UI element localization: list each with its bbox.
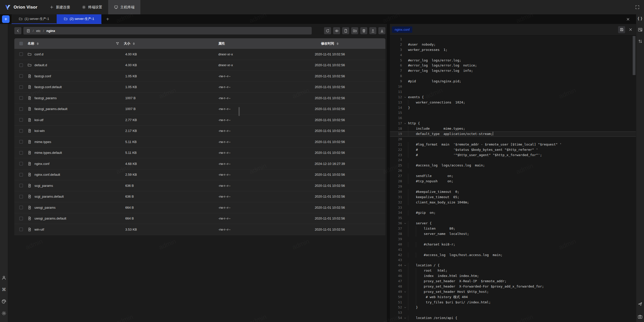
refresh-button[interactable] <box>324 27 331 34</box>
terminal-tab-1[interactable]: (1) server-生产-1 <box>12 14 57 24</box>
download-button[interactable] <box>378 27 385 34</box>
panel-splitter[interactable] <box>387 24 390 322</box>
code-line[interactable]: 18 include mime.types; <box>390 126 636 131</box>
code-line[interactable]: 38 server_name localhost; <box>390 231 636 237</box>
code-line[interactable]: 16 <box>390 116 636 121</box>
row-checkbox[interactable] <box>19 173 23 176</box>
file-name[interactable]: koi-utf <box>34 118 43 122</box>
code-line[interactable]: 46 index index.html index.htm; <box>390 273 636 279</box>
code-line[interactable]: 50 # web history 模式 404 <box>390 295 636 300</box>
code-line[interactable]: 27 sendfile on; <box>390 173 636 179</box>
menu-item-终端设置[interactable]: 终端设置 <box>76 0 108 14</box>
new-connection-button[interactable]: + <box>2 15 10 23</box>
code-line[interactable]: 5#error_log logs/error.log; <box>390 58 636 63</box>
file-row[interactable]: conf.d4.00 KBdrwxr-xr-x2020-11-01 10:02:… <box>14 49 385 60</box>
file-row[interactable]: scgi_params636 B-rw-r--r--2020-11-01 10:… <box>14 180 385 191</box>
row-checkbox[interactable] <box>19 184 23 187</box>
sort-name-icon[interactable] <box>37 42 39 45</box>
file-name[interactable]: scgi_params <box>34 184 53 188</box>
sort-icon[interactable] <box>637 38 643 45</box>
row-checkbox[interactable] <box>19 107 23 111</box>
code-line[interactable]: 17http { <box>390 121 636 126</box>
file-name[interactable]: fastcgi_params <box>34 96 57 100</box>
code-line[interactable]: 51 try_files $uri $uri/ /index.html; <box>390 300 636 305</box>
code-line[interactable]: 47 proxy_set_header X-Real-IP $remote_ad… <box>390 279 636 284</box>
code-line[interactable]: 34 #gzip on; <box>390 210 636 216</box>
code-line[interactable]: 4 <box>390 53 636 58</box>
format-icon[interactable]: { } <box>637 14 643 22</box>
code-line[interactable]: 21 #log_format main '$remote_addr - $rem… <box>390 142 636 147</box>
code-line[interactable]: 3worker_processes 1; <box>390 47 636 53</box>
code-line[interactable]: 42 #access_log logs/host.access.log main… <box>390 253 636 258</box>
file-name[interactable]: win-utf <box>34 228 44 231</box>
code-line[interactable]: 6#error_log logs/error.log notice; <box>390 63 636 68</box>
code-line[interactable]: 15 <box>390 110 636 116</box>
screenshot-icon[interactable] <box>637 313 643 320</box>
open-file-tag[interactable]: nginx.conf <box>392 26 412 33</box>
file-row[interactable]: default.d4.00 KBdrwxr-xr-x2020-11-01 10:… <box>14 60 385 71</box>
file-name[interactable]: nginx.conf <box>34 162 49 166</box>
file-row[interactable]: mime.types5.11 KB-rw-r--r--2020-11-01 10… <box>14 136 385 148</box>
code-line-active[interactable]: 19 default_type application/octet-stream… <box>390 131 636 137</box>
row-checkbox[interactable] <box>19 52 23 56</box>
save-file-button[interactable] <box>618 26 625 33</box>
row-checkbox[interactable] <box>19 96 23 100</box>
code-line[interactable]: 43 <box>390 258 636 263</box>
file-row[interactable]: fastcgi.conf.default1.05 KB-rw-r--r--202… <box>14 82 385 93</box>
file-row[interactable]: mime.types.default5.11 KB-rw-r--r--2020-… <box>14 148 385 159</box>
file-name[interactable]: conf.d <box>34 52 43 56</box>
file-name[interactable]: koi-win <box>34 129 45 133</box>
row-checkbox[interactable] <box>19 151 23 155</box>
file-name[interactable]: fastcgi_params.default <box>34 107 67 111</box>
file-row[interactable]: uwsgi_params664 B-rw-r--r--2020-11-01 10… <box>14 202 385 213</box>
fold-icon[interactable] <box>402 221 408 226</box>
code-line[interactable]: 44 location / { <box>390 263 636 268</box>
code-line[interactable]: 11 <box>390 89 636 95</box>
fold-icon[interactable] <box>402 289 408 295</box>
close-editor-icon[interactable] <box>628 27 633 32</box>
code-line[interactable]: 20 <box>390 137 636 142</box>
fold-icon[interactable] <box>402 121 408 126</box>
close-panel-icon[interactable] <box>626 14 630 24</box>
file-row[interactable]: scgi_params.default636 B-rw-r--r--2020-1… <box>14 191 385 202</box>
file-name[interactable]: mime.types <box>34 140 51 144</box>
code-line[interactable]: 25 #access_log logs/access.log main; <box>390 163 636 168</box>
row-checkbox[interactable] <box>19 217 23 220</box>
file-name[interactable]: fastcgi.conf <box>34 74 51 78</box>
code-line[interactable]: 8 <box>390 74 636 79</box>
code-line[interactable]: 30 #keepalive_timeout 0; <box>390 189 636 195</box>
storage-icon[interactable] <box>26 29 30 33</box>
delete-button[interactable] <box>360 27 367 34</box>
user-icon[interactable] <box>1 275 7 280</box>
fullscreen-icon[interactable] <box>634 5 640 10</box>
code-line[interactable]: 28 #tcp_nopush on; <box>390 179 636 184</box>
file-detail-icon[interactable] <box>637 26 643 33</box>
row-checkbox[interactable] <box>19 140 23 144</box>
row-checkbox[interactable] <box>19 195 23 198</box>
file-name[interactable]: nginx.conf.default <box>34 173 60 176</box>
file-name[interactable]: mime.types.default <box>34 151 62 155</box>
breadcrumb-item[interactable]: nginx <box>47 29 55 33</box>
file-name[interactable]: default.d <box>34 63 47 67</box>
file-name[interactable]: uwsgi_params.default <box>34 217 66 220</box>
file-row[interactable]: nginx.conf4.68 KB-rw-r--r--2024-12-10 16… <box>14 158 385 169</box>
menu-item-新建连接[interactable]: 新建连接 <box>44 0 76 14</box>
back-button[interactable] <box>14 27 21 34</box>
code-line[interactable]: 9#pid logs/nginx.pid; <box>390 79 636 84</box>
row-checkbox[interactable] <box>19 228 23 231</box>
shortcuts-icon[interactable]: ⌘ <box>1 287 7 292</box>
preview-button[interactable] <box>333 27 340 34</box>
code-line[interactable]: 36 server { <box>390 221 636 226</box>
row-checkbox[interactable] <box>19 129 23 133</box>
code-line[interactable]: 23 # '"$http_user_agent" "$http_x_forwar… <box>390 153 636 158</box>
code-line[interactable]: 53 <box>390 310 636 315</box>
row-checkbox[interactable] <box>19 206 23 209</box>
code-line[interactable]: 33 <box>390 205 636 210</box>
table-scrollbar-thumb[interactable] <box>238 107 240 116</box>
code-line[interactable]: 10 <box>390 84 636 89</box>
code-line[interactable]: 24 <box>390 158 636 163</box>
fold-icon[interactable] <box>402 95 408 100</box>
file-row[interactable]: fastcgi_params1007 B-rw-r--r--2020-11-01… <box>14 93 385 104</box>
code-line[interactable]: 22 # '$status $body_bytes_sent "$http_re… <box>390 147 636 153</box>
file-row[interactable]: koi-utf2.77 KB-rw-r--r--2020-11-01 10:02… <box>14 115 385 126</box>
